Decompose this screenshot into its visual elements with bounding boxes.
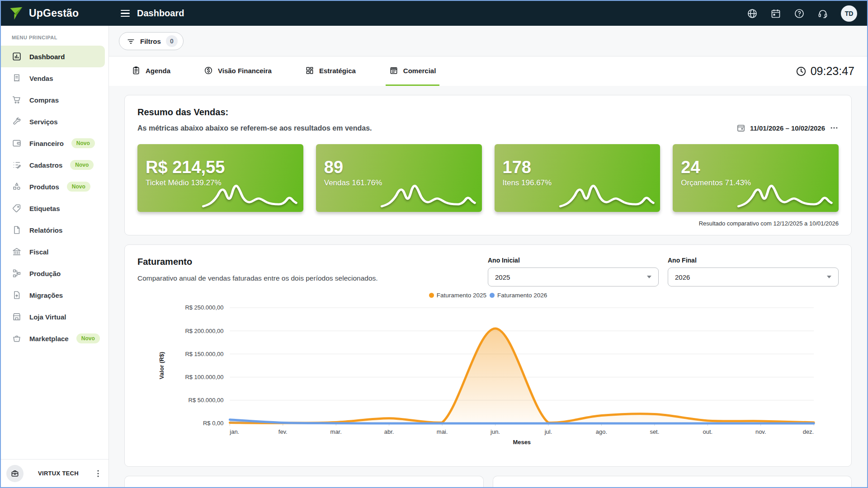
svg-text:Valor (R$): Valor (R$) xyxy=(158,352,165,380)
sparkline-icon xyxy=(559,181,655,210)
tab-comercial[interactable]: Comercial xyxy=(386,56,440,86)
svg-text:abr.: abr. xyxy=(384,428,394,435)
year-end-label: Ano Final xyxy=(668,257,839,264)
billing-subtitle: Comparativo anual de vendas faturadas en… xyxy=(137,274,378,282)
filters-button[interactable]: Filtros 0 xyxy=(119,32,184,50)
svg-text:jul.: jul. xyxy=(544,428,552,435)
records-icon xyxy=(12,160,22,170)
production-icon xyxy=(12,268,22,278)
migrations-icon xyxy=(12,290,22,300)
sparkline-icon xyxy=(202,181,298,210)
svg-text:R$ 100.000,00: R$ 100.000,00 xyxy=(185,374,223,380)
sidebar-item-label: Compras xyxy=(29,96,59,104)
products-icon xyxy=(12,182,22,192)
labels-icon xyxy=(12,203,22,213)
sidebar-item-fiscal[interactable]: Fiscal xyxy=(1,241,108,263)
page-title: Dashboard xyxy=(137,8,184,19)
sparkline-icon xyxy=(737,181,833,210)
legend-dot xyxy=(429,293,434,298)
partial-card-right xyxy=(493,476,852,487)
calendar-icon[interactable] xyxy=(770,8,781,19)
filter-icon xyxy=(127,37,135,46)
svg-text:mar.: mar. xyxy=(330,428,342,435)
sidebar-item-etiquetas[interactable]: Etiquetas xyxy=(1,197,108,219)
sidebar-item-migracoes[interactable]: Migrações xyxy=(1,284,108,306)
purchases-icon xyxy=(12,95,22,105)
kebab-menu-icon[interactable] xyxy=(93,469,103,479)
topbar: UpGestão Dashboard TD xyxy=(1,1,867,26)
filters-count-badge: 0 xyxy=(166,35,178,47)
svg-text:set.: set. xyxy=(650,428,659,435)
svg-text:R$ 50.000,00: R$ 50.000,00 xyxy=(189,397,224,404)
services-icon xyxy=(12,117,22,127)
summary-title: Resumo das Vendas: xyxy=(137,107,372,117)
tab-estrategica[interactable]: Estratégica xyxy=(302,56,359,86)
year-start-group: Ano Inicial 2025 xyxy=(488,257,659,286)
legend-item-faturamento-2026[interactable]: Faturamento 2026 xyxy=(489,292,548,299)
sidebar-item-servicos[interactable]: Serviços xyxy=(1,111,108,132)
metric-value: R$ 214,55 xyxy=(146,159,295,177)
sidebar-item-label: Financeiro xyxy=(29,140,64,147)
chevron-down-icon xyxy=(647,276,651,278)
sidebar-item-cadastros[interactable]: CadastrosNovo xyxy=(1,154,108,176)
tab-label: Agenda xyxy=(146,67,170,75)
sidebar-item-producao[interactable]: Produção xyxy=(1,263,108,284)
svg-text:R$ 0,00: R$ 0,00 xyxy=(203,420,223,427)
company-avatar[interactable] xyxy=(6,465,24,482)
clock-time: 09:23:47 xyxy=(811,65,854,78)
sidebar-item-dashboard[interactable]: Dashboard xyxy=(1,46,105,67)
sidebar-item-label: Serviços xyxy=(29,118,58,126)
svg-text:fev.: fev. xyxy=(278,428,288,435)
date-range-picker[interactable]: 11/01/2026 – 10/02/2026 xyxy=(736,123,839,132)
metric-card-itens: 178Itens 196.67% xyxy=(495,144,660,212)
new-badge: Novo xyxy=(76,333,100,343)
brand-name: UpGestão xyxy=(29,7,79,19)
sidebar-item-marketplace[interactable]: MarketplaceNovo xyxy=(1,328,108,349)
upgestao-logo-icon xyxy=(8,5,24,22)
legend-item-faturamento-2025[interactable]: Faturamento 2025 xyxy=(428,292,487,299)
support-headset-icon[interactable] xyxy=(817,8,828,19)
marketplace-icon xyxy=(12,333,22,343)
new-badge: Novo xyxy=(67,182,90,192)
tab-agenda[interactable]: Agenda xyxy=(128,56,174,86)
year-end-value: 2026 xyxy=(675,273,690,281)
user-avatar[interactable]: TD xyxy=(841,5,857,22)
comparison-note: Resultado comparativo com 12/12/2025 a 1… xyxy=(137,220,839,227)
tabs: AgendaVisão FinanceiraEstratégicaComerci… xyxy=(128,56,439,86)
sidebar-footer: VIRTUX TECH xyxy=(1,459,108,487)
sidebar-item-financeiro[interactable]: FinanceiroNovo xyxy=(1,132,108,154)
sidebar-item-produtos[interactable]: ProdutosNovo xyxy=(1,176,108,197)
date-range-text: 11/01/2026 – 10/02/2026 xyxy=(750,124,825,132)
metric-value: 24 xyxy=(681,159,830,177)
sidebar-menu: DashboardVendasComprasServiçosFinanceiro… xyxy=(1,46,108,459)
metric-card-ticket: R$ 214,55Ticket Médio 139.27% xyxy=(137,144,303,212)
tab-visao-financeira[interactable]: Visão Financeira xyxy=(200,56,275,86)
year-start-select[interactable]: 2025 xyxy=(488,267,659,286)
sales-summary-card: Resumo das Vendas: As métricas abaixo ab… xyxy=(124,95,852,235)
sidebar-item-loja-virtual[interactable]: Loja Virtual xyxy=(1,306,108,328)
strategy-icon xyxy=(305,66,314,75)
svg-text:jan.: jan. xyxy=(229,428,239,435)
year-end-group: Ano Final 2026 xyxy=(668,257,839,286)
svg-text:ago.: ago. xyxy=(596,428,607,435)
reports-icon xyxy=(12,225,22,235)
metric-card-vendas: 89Vendas 161.76% xyxy=(316,144,482,212)
year-end-select[interactable]: 2026 xyxy=(668,267,839,286)
topbar-icons: TD xyxy=(747,5,867,22)
globe-icon[interactable] xyxy=(747,8,758,19)
svg-text:R$ 150.000,00: R$ 150.000,00 xyxy=(185,351,223,357)
billing-title: Faturamento xyxy=(137,257,378,267)
sidebar-item-relatorios[interactable]: Relatórios xyxy=(1,219,108,241)
topbar-middle: Dashboard xyxy=(109,8,747,19)
svg-text:out.: out. xyxy=(703,428,712,435)
sidebar-item-vendas[interactable]: Vendas xyxy=(1,67,108,89)
help-icon[interactable] xyxy=(794,8,805,19)
store-icon xyxy=(12,312,22,322)
more-options-icon[interactable] xyxy=(830,125,839,131)
tabs-bar: AgendaVisão FinanceiraEstratégicaComerci… xyxy=(109,56,867,86)
sidebar-item-compras[interactable]: Compras xyxy=(1,89,108,111)
menu-toggle-icon[interactable] xyxy=(121,10,130,17)
metric-value: 178 xyxy=(503,159,652,177)
brand: UpGestão xyxy=(1,5,109,22)
main: Filtros 0 AgendaVisão FinanceiraEstratég… xyxy=(109,26,867,487)
